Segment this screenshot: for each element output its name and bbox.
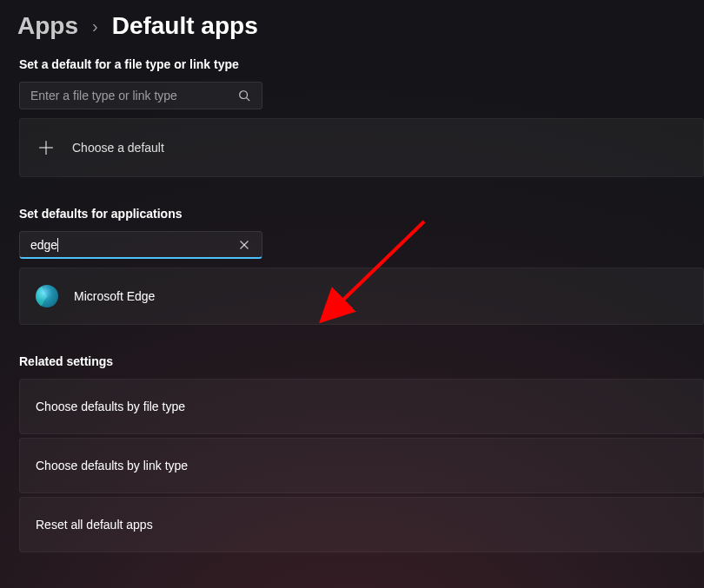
section-heading-filetype: Set a default for a file type or link ty… [0, 57, 704, 82]
choose-default-card[interactable]: Choose a default [19, 118, 704, 177]
svg-point-0 [240, 91, 248, 99]
breadcrumb-apps[interactable]: Apps [17, 12, 78, 40]
related-item-label: Choose defaults by file type [36, 400, 185, 413]
app-result-microsoft-edge[interactable]: Microsoft Edge [19, 268, 704, 325]
related-item-label: Reset all default apps [36, 518, 153, 532]
svg-line-1 [247, 98, 250, 102]
breadcrumb: Apps › Default apps [0, 0, 704, 57]
text-caret [57, 238, 58, 252]
filetype-search-input[interactable] [30, 89, 234, 102]
apps-search[interactable]: edge [19, 231, 262, 259]
related-item-label: Choose defaults by link type [36, 459, 188, 472]
search-icon[interactable] [234, 85, 255, 106]
choose-default-label: Choose a default [72, 141, 164, 155]
apps-search-value[interactable]: edge [30, 238, 57, 252]
clear-icon[interactable] [234, 235, 255, 255]
related-defaults-linktype[interactable]: Choose defaults by link type [19, 438, 704, 493]
filetype-search[interactable] [19, 82, 262, 109]
section-heading-apps: Set defaults for applications [0, 207, 704, 231]
related-reset-defaults[interactable]: Reset all default apps [19, 497, 704, 552]
page-title: Default apps [112, 12, 258, 40]
related-defaults-filetype[interactable]: Choose defaults by file type [19, 379, 704, 434]
chevron-right-icon: › [92, 17, 98, 36]
section-heading-related: Related settings [0, 354, 704, 379]
microsoft-edge-icon [36, 285, 58, 307]
plus-icon [36, 137, 56, 158]
app-result-label: Microsoft Edge [74, 289, 155, 303]
